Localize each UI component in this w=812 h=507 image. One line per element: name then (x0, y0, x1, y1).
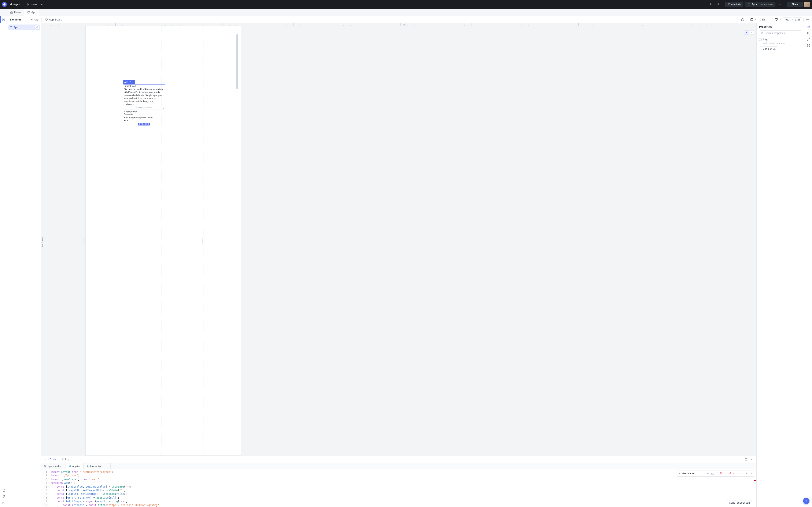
layout-rail-button[interactable] (807, 44, 810, 47)
zoom-value: 75% (760, 18, 765, 21)
edit-code-label: Edit Code (765, 48, 776, 51)
code-body[interactable]: import Layout from "./components/Layout"… (49, 469, 756, 507)
visibility-button[interactable] (750, 31, 754, 35)
branch-icon (27, 3, 30, 6)
zoom-control[interactable]: 75% (759, 17, 770, 22)
selection-tag-label: App (124, 81, 128, 83)
drawer-tab-log[interactable]: Log (59, 457, 72, 462)
canvas-height-input[interactable] (793, 17, 802, 22)
divider (803, 17, 804, 22)
drawer-tab-label: Log (65, 458, 69, 461)
resize-handle-right[interactable] (202, 237, 203, 245)
code-minimap[interactable] (754, 470, 756, 507)
svg-point-1 (28, 5, 28, 5)
drawer-tab-label: Code (50, 458, 56, 461)
commit-button[interactable]: Commit (6) (725, 2, 743, 7)
svg-point-29 (761, 32, 763, 34)
play-button[interactable] (744, 31, 749, 35)
redo-button[interactable] (715, 2, 721, 7)
project-name[interactable]: aimages (8, 3, 21, 6)
edit-element-button[interactable] (35, 25, 39, 30)
branch-name: main (31, 3, 37, 6)
edit-code-button[interactable]: Edit Code (759, 47, 778, 52)
svg-rect-6 (28, 11, 30, 13)
add-element-button[interactable]: Add (29, 17, 40, 22)
svg-rect-34 (809, 45, 810, 47)
docs-button[interactable] (2, 488, 6, 492)
drawer-tabs: Code Log (41, 456, 756, 463)
selection-tag[interactable]: App (123, 80, 135, 83)
settings-rail-button[interactable] (807, 25, 810, 29)
find-prev[interactable] (735, 472, 739, 475)
react-icon (87, 465, 89, 467)
match-case-toggle[interactable]: Aa (706, 472, 710, 475)
toolbar-overflow[interactable] (805, 17, 810, 22)
terminal-button[interactable] (2, 501, 6, 505)
find-close[interactable] (749, 472, 753, 475)
sliders-icon (807, 25, 810, 29)
drawer-expand[interactable] (743, 457, 748, 462)
editor-tabs: Home App (0, 9, 812, 16)
layout-mode[interactable] (749, 17, 759, 22)
sync-button[interactable]: Sync Just updated (745, 2, 775, 7)
styles-rail-button[interactable] (807, 38, 810, 41)
tab-home[interactable]: Home (7, 9, 24, 16)
checkbox[interactable] (759, 38, 762, 41)
overflow-menu[interactable] (777, 2, 782, 7)
git-button[interactable] (2, 494, 6, 499)
whole-word-toggle[interactable]: ab (711, 472, 714, 475)
resize-handle-left[interactable] (84, 237, 85, 245)
selection-dim-badge: 324 × 290 (138, 123, 150, 125)
find-next[interactable] (740, 472, 744, 475)
properties-search[interactable]: Search properties (759, 31, 802, 36)
drawer-collapse[interactable] (749, 457, 754, 462)
properties-panel: Properties Search properties key null | … (756, 23, 805, 507)
chevron-down-icon (755, 18, 757, 21)
breadcrumb[interactable]: App Board (43, 18, 64, 21)
prop-checkbox-row[interactable]: key (759, 38, 802, 41)
share-button[interactable]: Share (787, 2, 803, 7)
toolbar: Elements Add App Board 75% × (0, 16, 812, 23)
file-tab-app[interactable]: App.tsx (66, 463, 84, 469)
refresh-button[interactable] (740, 17, 746, 22)
code-editor[interactable]: 123456789101112 import Layout from "./co… (41, 469, 756, 507)
center-column: 324px auto (290px) App (41, 23, 756, 507)
user-avatar[interactable] (804, 2, 810, 7)
elements-rail-icon[interactable] (0, 16, 7, 23)
file-tabs: app.board.tsx App.tsx Layout.tsx (41, 463, 756, 469)
play-icon (745, 32, 748, 34)
find-filter[interactable] (745, 472, 748, 475)
file-tab-board[interactable]: app.board.tsx (41, 463, 66, 469)
file-tab-add[interactable] (104, 463, 111, 469)
drawer-tab-code[interactable]: Code (43, 457, 58, 462)
preview-field-label: Image prompt (124, 110, 164, 113)
properties-title: Properties (759, 25, 772, 28)
canvas-width-input[interactable] (783, 17, 792, 22)
undo-button[interactable] (708, 2, 714, 7)
find-input[interactable] (682, 472, 705, 475)
prop-key: key null | string | number (759, 38, 802, 44)
link-icon (129, 81, 131, 83)
svg-point-30 (809, 26, 809, 26)
device-control[interactable] (773, 17, 783, 22)
svg-rect-33 (807, 45, 808, 47)
commit-label: Commit (6) (728, 3, 741, 6)
branch-picker[interactable]: main (26, 2, 38, 7)
tab-app[interactable]: App (24, 9, 39, 16)
frame-scrollbar[interactable] (237, 34, 238, 89)
svg-point-36 (3, 497, 3, 498)
svg-point-35 (3, 495, 3, 496)
svg-point-3 (778, 4, 779, 4)
sync-selection-button[interactable]: Sync Selection (727, 500, 752, 505)
monitor-icon (27, 11, 30, 14)
branch-dropdown[interactable] (39, 2, 45, 7)
element-label: App (13, 26, 18, 29)
chevron-right-icon[interactable] (678, 472, 680, 474)
canvas[interactable]: 324px auto (290px) App (41, 23, 756, 456)
inspect-rail-button[interactable] (807, 32, 810, 35)
file-tab-layout[interactable]: Layout.tsx (84, 463, 104, 469)
element-item-app[interactable]: App (8, 24, 40, 30)
regex-toggle[interactable]: .* (716, 472, 719, 475)
svg-rect-9 (775, 18, 777, 20)
help-button[interactable]: ? (803, 498, 809, 504)
